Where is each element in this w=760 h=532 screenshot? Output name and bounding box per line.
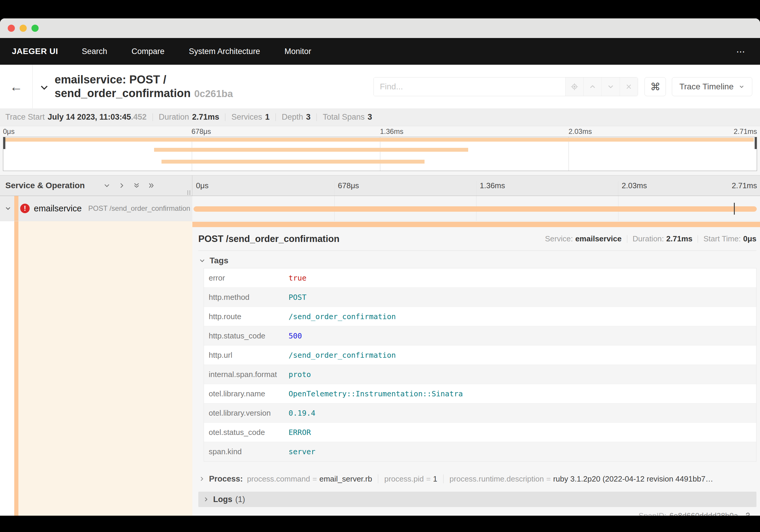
ruler-tick: 1.36ms (480, 181, 505, 190)
operation-name: POST /send_order_confirmation (88, 204, 190, 213)
minimap-tick: 2.71ms (734, 127, 757, 136)
duration-value: 2.71ms (666, 234, 692, 243)
minimap-tick-labels: 0μs 678μs 1.36ms 2.03ms 2.71ms (3, 127, 757, 136)
find-clear-icon[interactable] (620, 77, 638, 96)
timeline-ruler: 0μs 678μs 1.36ms 2.03ms 2.71ms (192, 175, 760, 196)
tag-key: http.route (204, 312, 289, 321)
divider (698, 235, 698, 243)
tags-section-toggle[interactable]: Tags (198, 255, 756, 266)
find-match-highlight-icon[interactable] (565, 77, 583, 96)
span-detail-row: POST /send_order_confirmation Service: e… (0, 221, 760, 516)
minimap-drag-handle-right[interactable] (755, 137, 757, 149)
minimap-tick: 1.36ms (380, 127, 404, 136)
tag-key: span.kind (204, 447, 289, 456)
find-prev-icon[interactable] (583, 77, 601, 96)
tag-key: http.url (204, 351, 289, 360)
span-detail-title: POST /send_order_confirmation (198, 234, 339, 244)
services-label: Services (231, 113, 262, 122)
chevron-down-icon (738, 83, 745, 90)
find-input[interactable] (374, 77, 565, 96)
service-name: emailservice (34, 204, 82, 214)
equals-sign: = (312, 474, 317, 484)
gridline (192, 137, 192, 171)
process-key: process.runtime.description (450, 474, 544, 484)
span-timeline-cell[interactable] (192, 196, 760, 221)
nav-item-monitor[interactable]: Monitor (284, 47, 311, 56)
duration-label: Duration (159, 113, 189, 122)
collapse-all-icon[interactable] (132, 181, 141, 190)
tag-value: /send_order_confirmation (289, 351, 396, 360)
span-row[interactable]: ! emailservice POST /send_order_confirma… (0, 196, 760, 221)
nav-item-system-architecture[interactable]: System Architecture (189, 47, 260, 56)
tag-value: OpenTelemetry::Instrumentation::Sinatra (289, 390, 463, 398)
start-time-label: Start Time: (703, 234, 741, 243)
minimap-tick: 678μs (191, 127, 211, 136)
ruler-tick: 678μs (338, 181, 359, 190)
tag-value: POST (289, 293, 307, 302)
process-key: process.pid (384, 474, 424, 484)
collapse-children-chevron-icon[interactable] (4, 205, 12, 212)
process-key: process.command (247, 474, 310, 484)
minimap-canvas[interactable] (3, 137, 757, 171)
tag-value: /send_order_confirmation (289, 312, 396, 321)
trace-title: emailservice: POST / send_order_confirma… (55, 73, 233, 101)
collapse-trace-chevron-icon[interactable] (39, 82, 49, 93)
trace-header: ← emailservice: POST / send_order_confir… (0, 65, 760, 108)
minimap-span-bar (154, 148, 468, 152)
keyboard-shortcuts-button[interactable]: ⌘ (644, 77, 666, 96)
span-id-label: SpanID: (639, 511, 666, 516)
depth-value: 3 (306, 113, 310, 122)
process-value: ruby 3.1.2p20 (2022-04-12 revision 4491b… (553, 474, 713, 484)
tag-row: otel.library.version 0.19.4 (204, 404, 756, 423)
trace-id: 0c261ba (194, 88, 233, 99)
minimize-window-button[interactable] (20, 24, 27, 32)
divider (316, 114, 317, 121)
find-group (373, 77, 638, 96)
collapse-one-icon[interactable] (103, 181, 111, 190)
span-detail-left-gutter (0, 221, 192, 516)
tree-controls (103, 181, 156, 190)
process-kv: process.runtime.description = ruby 3.1.2… (450, 474, 713, 484)
find-next-icon[interactable] (601, 77, 620, 96)
tag-row: otel.library.name OpenTelemetry::Instrum… (204, 384, 756, 404)
tag-row: internal.span.format proto (204, 365, 756, 384)
tag-value: proto (289, 370, 311, 379)
column-resize-grip[interactable] (187, 190, 190, 195)
copy-link-icon[interactable] (742, 511, 751, 516)
service-value: emailservice (575, 234, 622, 243)
ruler-tick: 0μs (196, 181, 209, 190)
nav-overflow-icon[interactable]: ⋯ (736, 46, 746, 57)
timeline-grid-header: Service & Operation (0, 175, 760, 196)
tag-key: otel.library.name (204, 389, 289, 398)
tag-value: server (289, 447, 315, 456)
minimap-drag-handle-left[interactable] (3, 137, 5, 149)
jaeger-logo[interactable]: JAEGER UI (12, 47, 58, 56)
expand-one-icon[interactable] (118, 181, 126, 190)
tag-key: otel.status_code (204, 428, 289, 437)
logs-section-toggle[interactable]: Logs (1) (198, 492, 756, 507)
tag-value: 0.19.4 (289, 409, 315, 417)
tags-table: error true http.method POST http.route /… (204, 268, 756, 461)
back-button[interactable]: ← (0, 65, 33, 108)
zoom-window-button[interactable] (31, 24, 39, 32)
service-color-strip (14, 196, 19, 221)
duration-label: Duration: (633, 234, 664, 243)
close-window-button[interactable] (8, 24, 15, 32)
tag-row: span.kind server (204, 442, 756, 461)
span-duration-bar[interactable] (194, 206, 757, 212)
tag-value: ERROR (289, 428, 311, 437)
ruler-tick: 2.03ms (622, 181, 647, 190)
nav-item-compare[interactable]: Compare (131, 47, 165, 56)
divider (378, 474, 378, 483)
span-name-cell[interactable]: ! emailservice POST /send_order_confirma… (0, 196, 192, 221)
process-section-toggle[interactable]: Process: process.command = email_server.… (198, 470, 756, 488)
ruler-tick: 2.71ms (732, 181, 757, 190)
tag-key: internal.span.format (204, 370, 289, 379)
navbar: JAEGER UI Search Compare System Architec… (0, 38, 760, 65)
tag-row: http.method POST (204, 288, 756, 307)
trace-view-selector[interactable]: Trace Timeline (672, 77, 752, 96)
nav-item-search[interactable]: Search (82, 47, 107, 56)
trace-minimap: 0μs 678μs 1.36ms 2.03ms 2.71ms (0, 126, 760, 175)
expand-all-icon[interactable] (147, 181, 156, 190)
tag-value: 500 (289, 332, 302, 340)
